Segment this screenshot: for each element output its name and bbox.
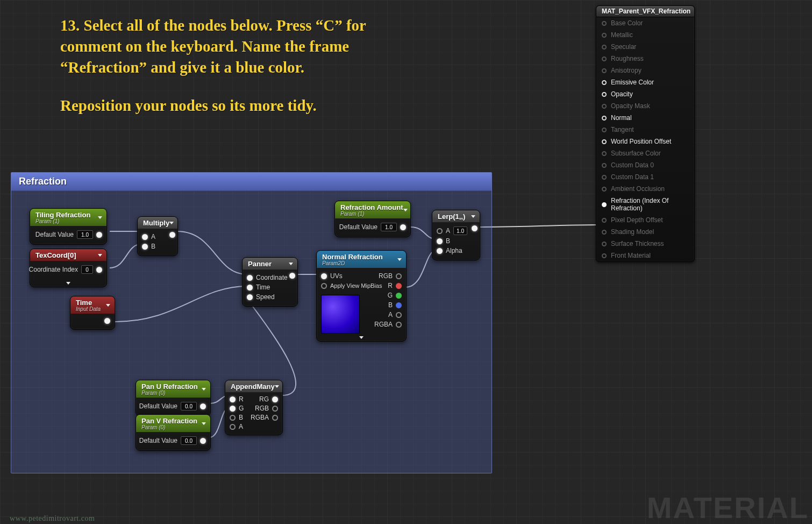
- node-title[interactable]: Tiling Refraction Param (1): [30, 209, 106, 226]
- material-input-row[interactable]: Front Material: [596, 250, 694, 261]
- chevron-down-icon[interactable]: [202, 388, 206, 391]
- material-input-pin[interactable]: [602, 92, 607, 97]
- material-input-row[interactable]: Custom Data 1: [596, 171, 694, 183]
- default-value-input[interactable]: [77, 230, 93, 239]
- node-multiply[interactable]: Multiply A B: [137, 216, 178, 256]
- material-input-row[interactable]: Pixel Depth Offset: [596, 214, 694, 226]
- input-pin-b[interactable]: [142, 244, 148, 250]
- node-title[interactable]: AppendMany: [225, 380, 282, 392]
- output-pin[interactable]: [400, 224, 406, 230]
- input-pin-r[interactable]: [230, 396, 236, 402]
- node-title[interactable]: Lerp(1,,): [432, 210, 480, 222]
- material-input-pin[interactable]: [602, 242, 607, 246]
- node-title[interactable]: TexCoord[0]: [30, 249, 106, 261]
- input-pin-b[interactable]: [230, 415, 236, 421]
- material-input-row[interactable]: Tangent: [596, 124, 694, 136]
- input-pin-b[interactable]: [437, 238, 443, 244]
- input-pin-mip[interactable]: [321, 283, 327, 289]
- chevron-down-icon[interactable]: [403, 209, 408, 211]
- output-pin[interactable]: [169, 232, 175, 238]
- default-value-input[interactable]: [181, 402, 197, 410]
- coord-index-input[interactable]: [81, 265, 93, 274]
- material-input-row[interactable]: Surface Thickness: [596, 238, 694, 250]
- output-pin-b[interactable]: [396, 302, 402, 308]
- chevron-down-icon[interactable]: [289, 263, 293, 265]
- chevron-down-icon[interactable]: [397, 258, 402, 261]
- material-input-row[interactable]: Opacity Mask: [596, 100, 694, 112]
- node-texcoord[interactable]: TexCoord[0] Coordinate Index: [30, 249, 107, 287]
- material-input-pin[interactable]: [602, 187, 607, 192]
- material-input-row[interactable]: Roughness: [596, 53, 694, 65]
- material-input-row[interactable]: Emissive Color: [596, 76, 694, 88]
- material-input-row[interactable]: Anisotropy: [596, 65, 694, 76]
- expand-toggle[interactable]: [30, 279, 106, 287]
- chevron-down-icon[interactable]: [202, 422, 206, 425]
- chevron-down-icon[interactable]: [98, 216, 102, 219]
- lerp-a-value-input[interactable]: [453, 226, 467, 235]
- material-input-pin[interactable]: [602, 80, 607, 85]
- node-time[interactable]: Time Input Data: [70, 296, 115, 330]
- material-input-pin[interactable]: [602, 151, 607, 156]
- output-pin[interactable]: [472, 225, 478, 231]
- input-pin-alpha[interactable]: [437, 248, 443, 254]
- input-pin-g[interactable]: [230, 406, 236, 412]
- material-input-pin[interactable]: [602, 45, 607, 49]
- material-input-pin[interactable]: [602, 175, 607, 180]
- material-input-row[interactable]: Normal: [596, 112, 694, 124]
- output-pin-rgba[interactable]: [272, 415, 278, 421]
- input-pin-a[interactable]: [142, 234, 148, 240]
- output-pin[interactable]: [200, 438, 206, 444]
- node-appendmany[interactable]: AppendMany R RG G RGB B RGBA A: [225, 380, 283, 435]
- output-pin-r[interactable]: [396, 283, 402, 289]
- output-pin-rgb[interactable]: [396, 273, 402, 279]
- output-pin-a[interactable]: [396, 312, 402, 318]
- output-pin[interactable]: [96, 267, 102, 273]
- material-input-pin[interactable]: [602, 163, 607, 168]
- material-input-pin[interactable]: [602, 56, 607, 61]
- material-input-row[interactable]: Refraction (Index Of Refraction): [596, 195, 694, 214]
- input-pin-a[interactable]: [230, 424, 236, 430]
- chevron-down-icon[interactable]: [471, 215, 475, 218]
- node-pan-v-refraction[interactable]: Pan V Refraction Param (0) Default Value: [136, 414, 211, 451]
- input-pin-a[interactable]: [437, 228, 443, 234]
- chevron-down-icon[interactable]: [106, 304, 110, 307]
- output-pin-g[interactable]: [396, 293, 402, 299]
- output-pin[interactable]: [289, 273, 295, 279]
- material-input-pin[interactable]: [602, 104, 607, 109]
- material-input-pin[interactable]: [602, 202, 607, 207]
- expand-toggle[interactable]: [317, 334, 406, 341]
- node-panner[interactable]: Panner Coordinate Time Speed: [242, 257, 298, 307]
- output-pin[interactable]: [200, 403, 206, 409]
- material-input-pin[interactable]: [602, 139, 607, 144]
- material-input-row[interactable]: Subsurface Color: [596, 147, 694, 159]
- material-input-pin[interactable]: [602, 21, 607, 26]
- comment-frame-title[interactable]: Refraction: [11, 173, 492, 191]
- chevron-down-icon[interactable]: [275, 385, 279, 388]
- node-title[interactable]: Normal Refraction Param2D: [317, 251, 406, 268]
- material-input-pin[interactable]: [602, 218, 607, 223]
- output-pin-rgba[interactable]: [396, 322, 402, 328]
- material-input-row[interactable]: Base Color: [596, 17, 694, 29]
- default-value-input[interactable]: [381, 223, 397, 231]
- node-title[interactable]: Pan U Refraction Param (0): [136, 380, 210, 398]
- input-pin-time[interactable]: [247, 285, 253, 291]
- material-input-row[interactable]: World Position Offset: [596, 136, 694, 147]
- material-input-row[interactable]: Ambient Occlusion: [596, 183, 694, 195]
- material-input-pin[interactable]: [602, 33, 607, 38]
- material-output-panel[interactable]: MAT_Parent_VFX_Refraction Base ColorMeta…: [596, 5, 695, 262]
- material-input-pin[interactable]: [602, 230, 607, 235]
- output-pin[interactable]: [104, 318, 110, 324]
- output-pin-rg[interactable]: [272, 396, 278, 402]
- material-input-row[interactable]: Shading Model: [596, 226, 694, 238]
- default-value-input[interactable]: [181, 436, 197, 445]
- node-refraction-amount[interactable]: Refraction Amount Param (1) Default Valu…: [334, 201, 411, 237]
- node-title[interactable]: Panner: [243, 258, 297, 270]
- node-pan-u-refraction[interactable]: Pan U Refraction Param (0) Default Value: [136, 380, 211, 416]
- node-tiling-refraction[interactable]: Tiling Refraction Param (1) Default Valu…: [30, 208, 107, 245]
- material-input-row[interactable]: Opacity: [596, 88, 694, 100]
- material-input-pin[interactable]: [602, 116, 607, 121]
- node-normal-refraction[interactable]: Normal Refraction Param2D UVs RGB Apply …: [316, 250, 407, 342]
- node-lerp[interactable]: Lerp(1,,) A B Alpha: [432, 210, 480, 260]
- chevron-down-icon[interactable]: [98, 254, 102, 257]
- node-title[interactable]: Pan V Refraction Param (0): [136, 415, 210, 432]
